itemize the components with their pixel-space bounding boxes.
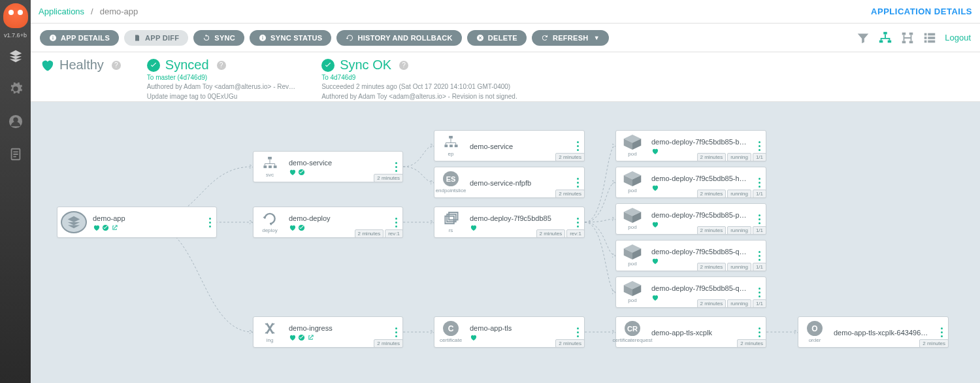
node-pod[interactable]: pod demo-deploy-7f9c5bdb85-bwxr2 2 minut… xyxy=(615,130,766,161)
state-chip: running xyxy=(727,263,751,271)
node-pod[interactable]: pod demo-deploy-7f9c5bdb85-qn6p7 2 minut… xyxy=(615,276,766,308)
health-status: Healthy ? xyxy=(40,58,121,96)
ready-chip: 1/1 xyxy=(753,299,766,308)
heart-icon xyxy=(651,221,659,228)
node-title: demo-app-tls-xcplk xyxy=(651,329,747,337)
help-icon[interactable]: ? xyxy=(112,61,121,70)
heart-icon xyxy=(651,258,659,265)
tree-view-icon[interactable] xyxy=(878,31,892,45)
ready-chip: 1/1 xyxy=(753,226,766,235)
list-view-icon[interactable] xyxy=(923,31,937,45)
breadcrumb-bar: Applications / demo-app APPLICATION DETA… xyxy=(31,0,980,24)
sidebar-item-settings[interactable] xyxy=(0,73,31,105)
svg-point-8 xyxy=(262,35,263,36)
sync-to: To master (4d746d9) xyxy=(147,74,295,81)
node-title: demo-service-nfpfb xyxy=(470,179,566,187)
state-chip: running xyxy=(727,226,751,235)
svg-rect-10 xyxy=(883,31,887,34)
node-title: demo-service xyxy=(470,142,566,150)
order-icon: O xyxy=(807,321,823,336)
node-title: demo-deploy-7f9c5bdb85-bwxr2 xyxy=(651,138,747,146)
sync-button[interactable]: SYNC xyxy=(193,30,244,46)
chevron-down-icon: ▼ xyxy=(594,35,600,41)
sidebar-item-user[interactable] xyxy=(0,105,31,138)
resource-tree-canvas[interactable]: demo-app svc demo-service 2 minutes depl… xyxy=(31,102,980,383)
svg-rect-13 xyxy=(902,32,906,35)
argocd-logo xyxy=(0,0,31,31)
check-icon xyxy=(298,334,305,341)
node-title: demo-ingress xyxy=(289,324,384,332)
state-chip: running xyxy=(727,190,751,198)
node-app-root[interactable]: demo-app xyxy=(57,207,217,238)
breadcrumb-root[interactable]: Applications xyxy=(39,7,84,16)
app-details-button[interactable]: APP DETAILS xyxy=(40,30,119,46)
heart-icon xyxy=(93,224,100,231)
state-chip: running xyxy=(727,153,751,161)
info-icon xyxy=(49,34,57,42)
delete-button[interactable]: DELETE xyxy=(467,30,527,46)
help-icon[interactable]: ? xyxy=(399,61,408,70)
help-icon[interactable]: ? xyxy=(217,61,226,70)
rev-chip: rev:1 xyxy=(385,229,403,238)
app-diff-button[interactable]: APP DIFF xyxy=(124,30,188,46)
refresh-icon xyxy=(541,34,549,42)
rev-chip: rev:1 xyxy=(566,229,585,238)
node-title: demo-deploy-7f9c5bdb85 xyxy=(470,214,566,222)
pod-icon xyxy=(623,208,642,223)
svg-rect-31 xyxy=(449,136,453,139)
node-order[interactable]: Oorder demo-app-tls-xcplk-643496277 2 mi… xyxy=(798,316,949,348)
node-title: demo-deploy-7f9c5bdb85-q9n6d xyxy=(651,248,747,256)
node-title: demo-deploy xyxy=(289,214,384,222)
svg-rect-15 xyxy=(902,41,906,43)
node-certificaterequest[interactable]: CRcertificaterequest demo-app-tls-xcplk … xyxy=(615,316,766,348)
breadcrumb-sep: / xyxy=(91,7,93,16)
node-pod[interactable]: pod demo-deploy-7f9c5bdb85-q9n6d 2 minut… xyxy=(615,240,766,271)
sidebar-item-docs[interactable] xyxy=(0,138,31,171)
pods-view-icon[interactable] xyxy=(900,31,915,45)
application-details-label[interactable]: APPLICATION DETAILS xyxy=(871,7,972,16)
sidebar-item-apps[interactable] xyxy=(0,40,31,73)
svg-rect-24 xyxy=(268,157,272,159)
node-ingress[interactable]: ing demo-ingress 2 minutes xyxy=(253,316,403,348)
age-chip: 2 minutes xyxy=(697,263,727,271)
svg-rect-18 xyxy=(924,37,927,39)
node-deployment[interactable]: deploy demo-deploy 2 minutesrev:1 xyxy=(253,207,403,238)
heart-icon xyxy=(289,334,296,341)
refresh-button[interactable]: REFRESH▼ xyxy=(532,30,609,46)
check-circle-icon xyxy=(321,59,335,72)
pod-icon xyxy=(623,244,642,259)
gear-icon xyxy=(8,82,23,96)
svg-rect-34 xyxy=(455,144,458,147)
node-service[interactable]: svc demo-service 2 minutes xyxy=(253,151,403,182)
node-endpoint[interactable]: ep demo-service 2 minutes xyxy=(434,130,585,161)
svg-rect-27 xyxy=(274,165,277,168)
history-button[interactable]: HISTORY AND ROLLBACK xyxy=(336,30,461,46)
age-chip: 2 minutes xyxy=(555,190,585,198)
node-replicaset[interactable]: rs demo-deploy-7f9c5bdb85 2 minutesrev:1 xyxy=(434,207,585,238)
history-icon xyxy=(346,34,353,42)
node-endpointslice[interactable]: ESendpointslice demo-service-nfpfb 2 min… xyxy=(434,167,585,198)
deploy-icon xyxy=(261,211,279,226)
status-bar: Healthy ? Synced ? To master (4d746d9) A… xyxy=(31,52,980,102)
ready-chip: 1/1 xyxy=(753,190,766,198)
doc-icon xyxy=(8,147,23,161)
node-menu[interactable] xyxy=(203,207,216,237)
sync-status-button[interactable]: SYNC STATUS xyxy=(250,30,331,46)
app-icon xyxy=(61,211,87,233)
svg-rect-33 xyxy=(449,144,453,147)
svg-rect-7 xyxy=(263,37,263,40)
age-chip: 2 minutes xyxy=(536,229,566,238)
ready-chip: 1/1 xyxy=(753,153,766,161)
nav-sidebar: v1.7.6+b xyxy=(0,0,31,383)
node-certificate[interactable]: Ccertificate demo-app-tls 2 minutes xyxy=(434,316,585,348)
node-pod[interactable]: pod demo-deploy-7f9c5bdb85-h4jnm 2 minut… xyxy=(615,167,766,198)
heart-icon xyxy=(651,184,659,192)
svg-rect-17 xyxy=(924,33,927,35)
age-chip: 2 minutes xyxy=(697,153,727,161)
heart-icon xyxy=(651,294,659,301)
filter-icon[interactable] xyxy=(856,31,870,45)
node-pod[interactable]: pod demo-deploy-7f9c5bdb85-pq6q6 2 minut… xyxy=(615,203,766,235)
age-chip: 2 minutes xyxy=(555,153,585,161)
diff-icon xyxy=(133,34,141,42)
logout-link[interactable]: Logout xyxy=(945,33,971,42)
